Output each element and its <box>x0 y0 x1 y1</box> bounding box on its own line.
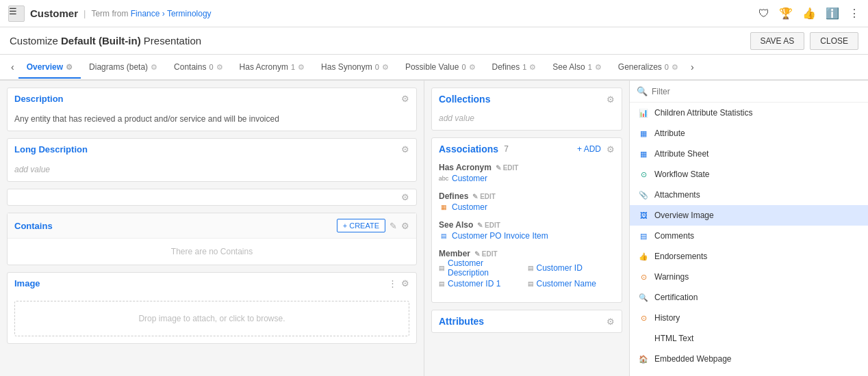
see-also-edit-button[interactable]: ✎ EDIT <box>477 221 500 229</box>
member-item-customer-id[interactable]: ▤ Customer ID <box>528 258 615 278</box>
long-description-add-value[interactable]: add value <box>14 165 50 174</box>
tab-overview[interactable]: Overview ⚙ <box>18 57 81 79</box>
tab-contains[interactable]: Contains 0 ⚙ <box>166 57 231 79</box>
tab-see-also[interactable]: See Also 1 ⚙ <box>544 57 610 79</box>
image-card: Image ⋮ ⚙ Drop image to attach, or click… <box>7 272 417 344</box>
attributes-gear-icon[interactable]: ⚙ <box>607 317 615 327</box>
tab-has-acronym[interactable]: Has Acronym 1 ⚙ <box>231 57 313 79</box>
tabs-prev-button[interactable]: ‹ <box>7 59 18 75</box>
generalizes-tab-gear[interactable]: ⚙ <box>672 63 678 72</box>
collections-card-body: add value <box>432 110 622 130</box>
has-synonym-tab-gear[interactable]: ⚙ <box>382 63 389 72</box>
attachments-icon: 📎 <box>638 189 649 200</box>
member-edit-button[interactable]: ✎ EDIT <box>474 250 498 258</box>
trophy-icon[interactable]: 🏆 <box>779 7 793 20</box>
more-options-icon[interactable]: ⋮ <box>849 7 860 20</box>
right-list-item-attribute[interactable]: ▦ Attribute <box>630 123 868 144</box>
diagrams-tab-gear[interactable]: ⚙ <box>151 63 157 72</box>
thumbs-up-icon[interactable]: 👍 <box>802 7 816 20</box>
tab-possible-value[interactable]: Possible Value 0 ⚙ <box>397 57 484 79</box>
member-item-customer-name[interactable]: ▤ Customer Name <box>528 279 615 288</box>
description-gear-icon[interactable]: ⚙ <box>401 94 409 104</box>
has-acronym-edit-button[interactable]: ✎ EDIT <box>496 164 519 172</box>
contains-create-button[interactable]: + CREATE <box>337 219 385 232</box>
main-content: Description ⚙ Any entity that has reciev… <box>0 81 868 376</box>
member-items: ▤ Customer Description ▤ Customer ID ▤ C… <box>439 258 615 288</box>
has-acronym-tab-gear[interactable]: ⚙ <box>298 63 305 72</box>
empty-card-gear[interactable]: ⚙ <box>401 192 409 202</box>
workflow-state-label: Workflow State <box>654 170 860 179</box>
comments-label: Comments <box>654 231 860 241</box>
right-list-item-attribute-sheet[interactable]: ▦ Attribute Sheet <box>630 144 868 164</box>
right-list-item-comments[interactable]: ▤ Comments <box>630 226 868 246</box>
long-description-gear-icon[interactable]: ⚙ <box>401 144 409 155</box>
image-header-actions: ⋮ ⚙ <box>388 278 409 288</box>
collections-gear-icon[interactable]: ⚙ <box>607 94 615 105</box>
associations-gear-icon[interactable]: ⚙ <box>607 144 615 155</box>
endorsements-icon: 👍 <box>638 251 649 262</box>
right-list-item-children-attribute-statistics[interactable]: 📊 Children Attribute Statistics <box>630 103 868 123</box>
save-as-button[interactable]: SAVE AS <box>750 32 805 50</box>
defines-edit-button[interactable]: ✎ EDIT <box>472 193 496 200</box>
tab-diagrams[interactable]: Diagrams (beta) ⚙ <box>81 57 166 79</box>
associations-card-header: Associations 7 + ADD ⚙ <box>432 138 622 160</box>
contains-gear-icon[interactable]: ⚙ <box>401 221 409 231</box>
right-list-item-history[interactable]: ⊙ History <box>630 308 868 328</box>
tabs-next-button[interactable]: › <box>687 59 698 75</box>
right-list-item-warnings[interactable]: ⊙ Warnings <box>630 267 868 287</box>
attribute-label: Attribute <box>654 129 860 138</box>
member-item-icon-3: ▤ <box>439 280 445 287</box>
defines-customer-link[interactable]: Customer <box>452 202 487 212</box>
attributes-title: Attributes <box>439 316 484 327</box>
contains-edit-icon[interactable]: ✎ <box>390 221 397 231</box>
image-drop-zone[interactable]: Drop image to attach, or click to browse… <box>14 301 409 336</box>
member-item-icon-2: ▤ <box>528 265 534 271</box>
toolbar-buttons: SAVE AS CLOSE <box>750 32 859 50</box>
associations-card-body: Has Acronym ✎ EDIT abc Customer Defines … <box>432 160 622 302</box>
image-gear-icon[interactable]: ⚙ <box>401 278 409 288</box>
right-list-item-workflow-state[interactable]: ⊙ Workflow State <box>630 164 868 185</box>
right-list-item-html-text[interactable]: HTML Text <box>630 328 868 349</box>
see-also-tab-gear[interactable]: ⚙ <box>595 63 602 72</box>
associations-add-button[interactable]: + ADD <box>577 144 601 154</box>
member-customer-name-link[interactable]: Customer Name <box>537 279 596 288</box>
member-item-customer-description[interactable]: ▤ Customer Description <box>439 258 526 278</box>
attributes-card-header: Attributes ⚙ <box>432 310 622 332</box>
filter-input[interactable] <box>652 87 861 96</box>
close-button[interactable]: CLOSE <box>810 32 858 50</box>
attributes-card: Attributes ⚙ <box>431 310 622 333</box>
defines-item-customer: ▦ Customer <box>439 201 615 213</box>
right-list-item-certification[interactable]: 🔍 Certification <box>630 287 868 308</box>
tab-defines[interactable]: Defines 1 ⚙ <box>484 57 545 79</box>
right-list-item-embedded-webpage[interactable]: 🏠 Embedded Webpage <box>630 349 868 369</box>
right-list-item-overview-image[interactable]: 🖼 Overview Image <box>630 205 868 226</box>
possible-value-tab-gear[interactable]: ⚙ <box>469 63 476 72</box>
right-list-item-attachments[interactable]: 📎 Attachments <box>630 185 868 205</box>
right-filter-bar: 🔍 <box>630 81 868 103</box>
associations-count: 7 <box>504 144 509 154</box>
shield-icon[interactable]: 🛡 <box>758 8 769 20</box>
right-list-item-endorsements[interactable]: 👍 Endorsements <box>630 246 868 267</box>
defines-item-icon: ▦ <box>439 202 448 212</box>
overview-tab-gear[interactable]: ⚙ <box>66 63 73 72</box>
toolbar: Customize Default (Built-in) Presentatio… <box>0 27 868 55</box>
info-icon[interactable]: ℹ️ <box>826 7 839 20</box>
attachments-label: Attachments <box>654 190 860 200</box>
member-customer-id1-link[interactable]: Customer ID 1 <box>448 279 500 288</box>
member-item-customer-id1[interactable]: ▤ Customer ID 1 <box>439 279 526 288</box>
defines-tab-gear[interactable]: ⚙ <box>529 63 536 72</box>
header-breadcrumb[interactable]: Finance › Terminology <box>131 9 212 18</box>
assoc-group-see-also: See Also ✎ EDIT ▤ Customer PO Invoice It… <box>439 220 615 242</box>
tab-generalizes[interactable]: Generalizes 0 ⚙ <box>610 57 687 79</box>
image-more-icon[interactable]: ⋮ <box>388 278 397 288</box>
tab-has-synonym[interactable]: Has Synonym 0 ⚙ <box>313 57 397 79</box>
collections-add-value[interactable]: add value <box>439 113 474 123</box>
member-customer-description-link[interactable]: Customer Description <box>448 258 526 278</box>
see-also-customer-po-link[interactable]: Customer PO Invoice Item <box>452 231 548 241</box>
right-list-item-image[interactable]: 🖼 Image <box>630 369 868 376</box>
empty-card: ⚙ <box>7 189 417 206</box>
contains-tab-gear[interactable]: ⚙ <box>216 63 223 72</box>
member-item-icon-1: ▤ <box>439 265 445 271</box>
member-customer-id-link[interactable]: Customer ID <box>537 263 583 273</box>
has-acronym-customer-link[interactable]: Customer <box>452 174 487 183</box>
